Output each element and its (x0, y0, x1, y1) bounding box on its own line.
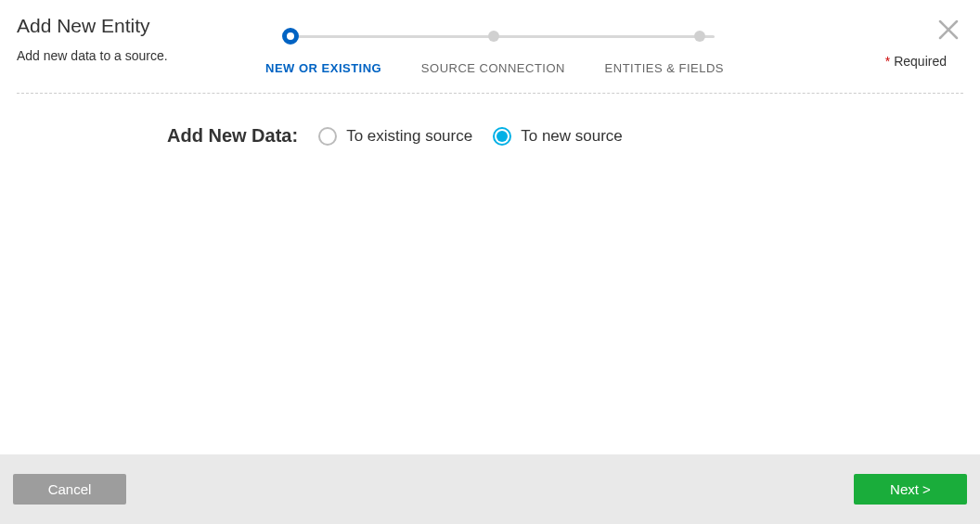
wizard-stepper: NEW OR EXISTING SOURCE CONNECTION ENTITI… (265, 28, 724, 75)
stepper-line (290, 35, 715, 38)
stepper-label-new-or-existing: NEW OR EXISTING (265, 61, 381, 75)
radio-new-source[interactable]: To new source (493, 127, 623, 146)
radio-label-new: To new source (521, 127, 623, 146)
source-type-radio-group: To existing source To new source (318, 127, 623, 146)
stepper-dot-source-connection (488, 31, 499, 42)
dialog-footer: Cancel Next > (0, 454, 980, 524)
next-button[interactable]: Next > (854, 474, 967, 505)
stepper-dot-entities-fields (694, 31, 705, 42)
radio-circle-icon (318, 127, 337, 146)
stepper-label-source-connection: SOURCE CONNECTION (421, 61, 565, 75)
radio-label-existing: To existing source (346, 127, 472, 146)
radio-existing-source[interactable]: To existing source (318, 127, 472, 146)
section-divider (17, 93, 963, 94)
cancel-button[interactable]: Cancel (13, 474, 126, 505)
close-icon[interactable] (937, 19, 960, 45)
required-indicator: Required (885, 54, 947, 69)
stepper-dot-new-or-existing[interactable] (282, 28, 299, 45)
stepper-label-entities-fields: ENTITIES & FIELDS (605, 61, 724, 75)
add-new-data-label: Add New Data: (167, 125, 298, 147)
radio-circle-checked-icon (493, 127, 511, 146)
